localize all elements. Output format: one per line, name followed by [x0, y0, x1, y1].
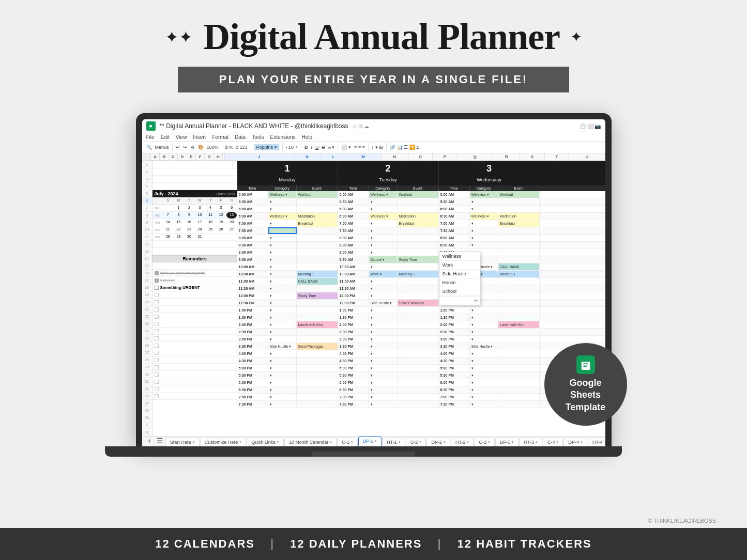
add-sheet-button[interactable]: + — [144, 437, 155, 446]
tab-arrow-icon: ▾ — [536, 440, 538, 444]
tab-c4[interactable]: C-4▾ — [543, 438, 563, 446]
laptop-screen: ■ ** Digital Annual Planner - BLACK AND … — [142, 119, 605, 446]
redo-icon[interactable]: ↪ — [183, 145, 187, 150]
sheet-list-button[interactable]: ☰ — [155, 437, 165, 446]
menu-view[interactable]: View — [176, 134, 187, 140]
row-numbers: 1 2 3 4 5 6 7 8 9 10 11 12 13 14 — [142, 161, 153, 436]
svg-rect-1 — [583, 363, 588, 364]
tab-arrow-icon: ▾ — [399, 440, 401, 444]
sheets-toolbar: 🔍 Menus ↩ ↪ 🖨 🎨 100% $ % .0 123 Poppins … — [142, 142, 605, 153]
dropdown-item-school[interactable]: School — [439, 287, 480, 296]
gs-badge-text: GoogleSheetsTemplate — [566, 377, 606, 413]
day3-number: 3 — [440, 163, 539, 174]
title-row: ✦✦ Digital Annual Planner ✦ — [165, 15, 582, 58]
tab-ht2[interactable]: HT-2▾ — [451, 438, 474, 446]
tab-ht4[interactable]: HT-4▾ — [588, 438, 605, 446]
tab-arrow-icon: ▾ — [556, 440, 558, 444]
tab-arrow-icon: ▾ — [239, 440, 241, 444]
tab-quick-links[interactable]: Quick Links▾ — [247, 438, 284, 446]
sheets-top-bar: ■ ** Digital Annual Planner - BLACK AND … — [142, 119, 605, 133]
tab-arrow-icon: ▾ — [375, 439, 377, 443]
menu-tools[interactable]: Tools — [252, 134, 264, 140]
bottom-bar: 12 CALENDARS | 12 DAILY PLANNERS | 12 HA… — [0, 528, 747, 560]
tab-ht1[interactable]: HT-1▾ — [382, 438, 405, 446]
sparkle-left-icon: ✦✦ — [165, 27, 193, 47]
tab-dp3[interactable]: DP-3▾ — [495, 438, 519, 446]
page-title: Digital Annual Planner — [203, 15, 560, 58]
tab-c1[interactable]: C-1▾ — [337, 438, 358, 446]
svg-rect-3 — [583, 366, 586, 367]
day2-number: 2 — [339, 163, 437, 174]
tab-arrow-icon: ▾ — [277, 440, 279, 444]
bottom-item-2: 12 DAILY PLANNERS — [290, 537, 422, 551]
svg-rect-4 — [581, 360, 590, 362]
evt-cell: Workout — [297, 191, 338, 198]
dropdown-item-sidehustle[interactable]: Side Hustle — [439, 270, 480, 278]
tab-arrow-icon: ▾ — [444, 440, 446, 444]
subtitle-bar: PLAN YOUR ENTIRE YEAR IN A SINGLE FILE! — [178, 67, 569, 92]
separator-1: | — [270, 537, 275, 551]
time-cell: 5:00 AM — [237, 191, 268, 198]
dropdown-item-wellness[interactable]: Wellness — [439, 252, 480, 261]
spreadsheet-body: 1 2 3 4 5 6 7 8 9 10 11 12 13 14 — [142, 161, 605, 436]
tab-arrow-icon: ▾ — [581, 440, 583, 444]
laptop: ■ ** Digital Annual Planner - BLACK AND … — [136, 113, 612, 446]
tab-c2[interactable]: C-2▾ — [406, 438, 426, 446]
tab-arrow-icon: ▾ — [419, 440, 421, 444]
bottom-item-3: 12 HABIT TRACKERS — [458, 537, 592, 551]
separator-2: | — [437, 537, 441, 551]
tab-ht3[interactable]: HT-3▾ — [519, 438, 542, 446]
tab-c3[interactable]: C-3▾ — [474, 438, 495, 446]
tab-arrow-icon: ▾ — [193, 440, 195, 444]
dropdown-edit-icon[interactable]: ✏ — [474, 298, 478, 303]
cat-cell: Wellness ▾ — [268, 191, 297, 198]
reminder-item-2: Call mom — [160, 278, 176, 282]
google-sheets-icon — [576, 355, 595, 374]
reminder-item-3: Something URGENT — [160, 285, 200, 290]
paint-icon[interactable]: 🎨 — [198, 145, 204, 150]
tab-dp2[interactable]: DP-2▾ — [426, 438, 450, 446]
tab-12-month[interactable]: 12 Month Calendar▾ — [284, 438, 337, 446]
menu-edit[interactable]: Edit — [161, 134, 170, 140]
tab-customize[interactable]: Customize Here▾ — [200, 438, 247, 446]
day2-name: Tuesday — [379, 177, 397, 182]
svg-rect-2 — [583, 365, 588, 365]
tab-arrow-icon: ▾ — [467, 440, 469, 444]
sheets-file-title: ** Digital Annual Planner - BLACK AND WH… — [160, 122, 348, 130]
menu-extensions[interactable]: Extensions — [270, 134, 296, 140]
sparkle-right-icon: ✦ — [570, 28, 582, 45]
menu-format[interactable]: Format — [212, 134, 228, 140]
left-columns: July - 2024 Quick Links S M T W T F — [153, 161, 237, 436]
laptop-container: ■ ** Digital Annual Planner - BLACK AND … — [0, 113, 747, 514]
tab-dp1[interactable]: DP-1▾ — [358, 437, 382, 446]
day1-name: Monday — [279, 177, 295, 182]
print-icon[interactable]: 🖨 — [190, 145, 195, 150]
tab-arrow-icon: ▾ — [330, 440, 332, 444]
copyright: © THINKLIKEAGIRLBOSS — [0, 514, 747, 528]
menu-help[interactable]: Help — [301, 134, 312, 140]
search-icon[interactable]: 🔍 — [146, 145, 152, 150]
dropdown-item-house[interactable]: House — [439, 278, 480, 287]
tab-arrow-icon: ▾ — [351, 440, 353, 444]
tab-arrow-icon: ▾ — [512, 440, 514, 444]
reminders-title: Reminders — [182, 256, 207, 261]
tab-start-here[interactable]: Start Here▾ — [165, 438, 200, 446]
google-sheets-badge: GoogleSheetsTemplate — [544, 343, 627, 426]
day1-number: 1 — [238, 163, 337, 174]
sheet-tabs: + ☰ Start Here▾ Customize Here▾ Quick Li… — [142, 436, 605, 446]
dropdown-item-work[interactable]: Work — [439, 261, 480, 270]
menu-insert[interactable]: Insert — [193, 134, 206, 140]
tab-arrow-icon: ▾ — [604, 440, 605, 444]
top-section: ✦✦ Digital Annual Planner ✦ PLAN YOUR EN… — [0, 0, 747, 113]
reminder-item-1: What you focus on expands — [160, 271, 205, 275]
sheets-logo-icon: ■ — [146, 121, 156, 131]
menu-file[interactable]: File — [146, 134, 155, 140]
undo-icon[interactable]: ↩ — [176, 145, 180, 150]
tab-arrow-icon: ▾ — [488, 440, 490, 444]
sheets-menu-bar: File Edit View Insert Format Data Tools … — [142, 133, 605, 142]
dropdown-input[interactable] — [268, 227, 297, 234]
menu-data[interactable]: Data — [235, 134, 246, 140]
tab-dp4[interactable]: DP-4▾ — [563, 438, 587, 446]
laptop-base — [105, 446, 622, 457]
category-dropdown[interactable]: Wellness Work Side Hustle House School ✏ — [439, 252, 480, 305]
